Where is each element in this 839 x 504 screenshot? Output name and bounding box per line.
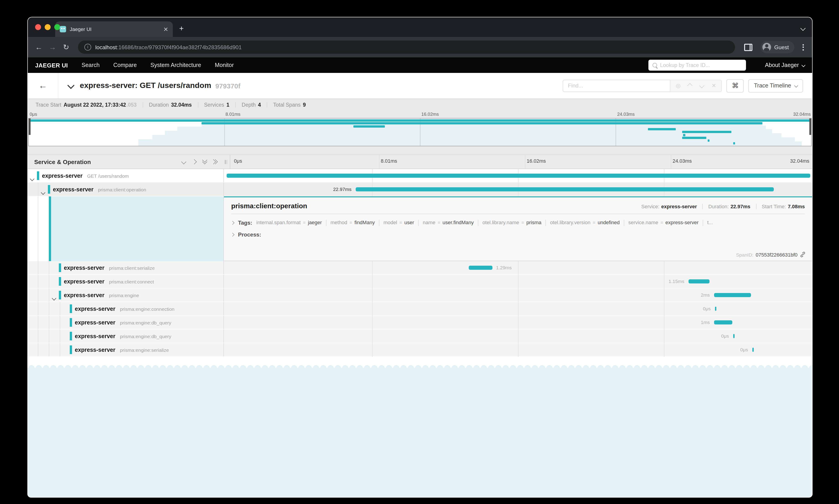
span-track[interactable] (224, 169, 812, 182)
tab-title: Jaeger UI (70, 26, 160, 32)
span-track[interactable]: 0μs (224, 329, 812, 343)
prev-match-icon[interactable] (684, 84, 696, 88)
span-detail-meta: Service:express-serverDuration:22.97msSt… (636, 204, 805, 209)
span-row[interactable]: express-serverprisma:engine:serialize0μs (28, 343, 812, 357)
span-track[interactable]: 1.15ms (224, 275, 812, 288)
span-id-value: 07553f2266631bf0 (755, 252, 798, 257)
new-tab-button[interactable]: + (179, 24, 184, 33)
span-bar[interactable] (227, 174, 810, 178)
collapse-all-icon[interactable] (203, 160, 207, 164)
span-name-cell[interactable]: express-serverprisma:engine:serialize (28, 343, 224, 356)
forward-icon[interactable]: → (47, 43, 58, 51)
span-bar[interactable] (356, 187, 774, 192)
trace-minimap[interactable] (28, 118, 811, 146)
browser-menu-icon[interactable] (800, 42, 807, 52)
span-name-cell[interactable]: express-serverprisma:client:serialize (28, 261, 224, 274)
span-row[interactable]: express-serverprisma:client:connect1.15m… (28, 275, 812, 288)
minimap-tick-labels: 0μs8.01ms16.02ms24.03ms32.04ms (28, 112, 811, 118)
service-name: express-server (42, 173, 83, 179)
about-jaeger-menu[interactable]: About Jaeger (765, 62, 805, 68)
next-match-icon[interactable] (696, 84, 708, 88)
collapse-children-chevron-icon[interactable] (31, 174, 34, 182)
focus-match-icon[interactable]: ◎ (672, 83, 684, 89)
span-bar[interactable] (714, 320, 732, 324)
span-track[interactable]: 22.97ms (224, 183, 812, 196)
minimap-right-scrubber-handle[interactable] (809, 119, 811, 135)
span-bar[interactable] (688, 280, 709, 284)
chevron-right-icon (231, 233, 234, 237)
operation-name: prisma:engine:db_query (120, 334, 171, 339)
clear-find-icon[interactable]: ✕ (708, 83, 720, 89)
nav-item-monitor[interactable]: Monitor (215, 62, 234, 68)
back-icon[interactable]: ← (33, 43, 44, 51)
find-input[interactable]: Find... (563, 79, 670, 92)
span-name-cell[interactable]: express-serverprisma:client:connect (28, 275, 224, 288)
minimap-span-bar (708, 140, 710, 142)
span-track[interactable]: 0μs (224, 302, 812, 316)
span-name-cell[interactable]: express-serverprisma:engine:db_query (28, 329, 224, 343)
service-name: express-server (53, 186, 93, 193)
lookup-placeholder: Lookup by Trace ID... (660, 62, 710, 68)
span-track[interactable]: 2ms (224, 288, 812, 302)
close-window-button[interactable] (35, 24, 41, 30)
span-track[interactable]: 1ms (224, 316, 812, 329)
operation-name: GET /users/random (87, 173, 129, 178)
nav-item-system-architecture[interactable]: System Architecture (151, 62, 201, 68)
selected-span-indent-block (49, 196, 224, 261)
span-track[interactable]: 1.29ms (224, 261, 812, 274)
column-resize-handle[interactable] (225, 160, 227, 164)
span-duration-label: 1ms (701, 320, 710, 325)
span-name-cell[interactable]: express-serverGET /users/random (28, 169, 224, 182)
span-bar[interactable] (733, 334, 734, 338)
minimap-left-scrubber-handle[interactable] (29, 119, 31, 135)
operation-name: prisma:engine:connection (120, 306, 174, 311)
span-row[interactable]: express-serverprisma:engine2ms (28, 288, 812, 302)
jaeger-brand[interactable]: JAEGER UI (35, 62, 68, 69)
side-panel-icon[interactable] (744, 43, 752, 51)
span-name-cell[interactable]: express-serverprisma:engine:connection (28, 302, 224, 316)
tab-list-chevron-icon[interactable] (801, 24, 805, 32)
service-color-bar (37, 172, 39, 180)
find-control: Find... ◎ ✕ (563, 79, 722, 92)
site-info-icon[interactable]: i (84, 44, 91, 51)
span-bar[interactable] (714, 293, 751, 297)
copy-link-icon[interactable] (800, 252, 806, 257)
back-to-search-button[interactable]: ← (28, 80, 58, 91)
span-bar[interactable] (752, 348, 753, 352)
shortcuts-button[interactable]: ⌘ (727, 79, 744, 92)
profile-chip[interactable]: Guest (761, 41, 794, 53)
collapse-children-chevron-icon[interactable] (41, 188, 45, 196)
trace-id-lookup-input[interactable]: Lookup by Trace ID... (648, 60, 746, 71)
span-bar[interactable] (469, 266, 492, 270)
operation-name: prisma:client:serialize (109, 265, 155, 270)
span-row[interactable]: express-serverprisma:client:operation22.… (28, 183, 812, 196)
tags-section[interactable]: Tags: internal.span.format=jaegermethod=… (231, 220, 805, 226)
browser-tab[interactable]: Jaeger UI ✕ (55, 21, 173, 37)
expand-all-icon[interactable] (213, 160, 217, 164)
view-selector-dropdown[interactable]: Trace Timeline (749, 79, 803, 92)
reload-icon[interactable]: ↻ (60, 43, 72, 52)
span-name-cell[interactable]: express-serverprisma:engine (28, 288, 224, 302)
minimize-window-button[interactable] (45, 24, 51, 30)
operation-name: prisma:client:connect (109, 278, 154, 284)
nav-item-search[interactable]: Search (82, 62, 100, 68)
expand-one-icon[interactable] (192, 159, 197, 164)
span-name-cell[interactable]: express-serverprisma:engine:db_query (28, 316, 224, 329)
collapse-one-icon[interactable] (181, 159, 187, 164)
span-detail-content: prisma:client:operation Service:express-… (224, 196, 812, 261)
span-track[interactable]: 0μs (224, 343, 812, 356)
collapse-children-chevron-icon[interactable] (52, 293, 56, 302)
address-bar[interactable]: i localhost:16686/trace/979370f4f904ae38… (78, 40, 735, 54)
span-row[interactable]: express-serverprisma:engine:connection0μ… (28, 302, 812, 316)
span-name-cell[interactable]: express-serverprisma:client:operation (28, 183, 224, 196)
tab-close-icon[interactable]: ✕ (163, 26, 168, 32)
zoom-window-button[interactable] (54, 24, 60, 30)
process-section[interactable]: Process: (231, 232, 805, 238)
span-row[interactable]: express-serverGET /users/random (28, 169, 812, 183)
span-row[interactable]: express-serverprisma:engine:db_query0μs (28, 329, 812, 343)
span-row[interactable]: express-serverprisma:client:serialize1.2… (28, 261, 812, 275)
span-row[interactable]: express-serverprisma:engine:db_query1ms (28, 316, 812, 329)
nav-item-compare[interactable]: Compare (113, 62, 137, 68)
collapse-trace-chevron-icon[interactable] (68, 82, 73, 90)
span-bar[interactable] (715, 307, 716, 311)
